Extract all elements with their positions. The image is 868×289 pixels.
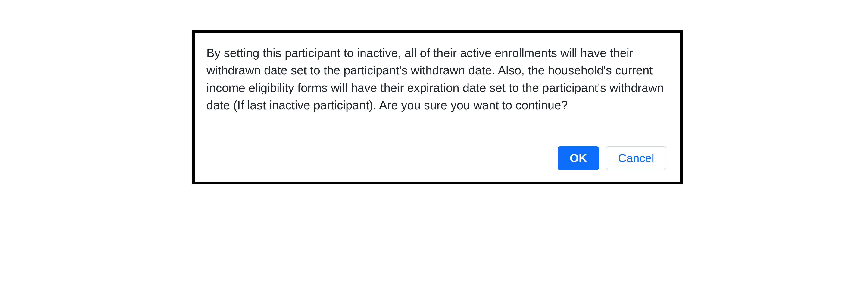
- dialog-message: By setting this participant to inactive,…: [207, 44, 666, 114]
- dialog-actions: OK Cancel: [207, 146, 666, 170]
- cancel-button[interactable]: Cancel: [606, 146, 666, 170]
- ok-button[interactable]: OK: [558, 146, 599, 170]
- confirmation-dialog: By setting this participant to inactive,…: [192, 30, 683, 184]
